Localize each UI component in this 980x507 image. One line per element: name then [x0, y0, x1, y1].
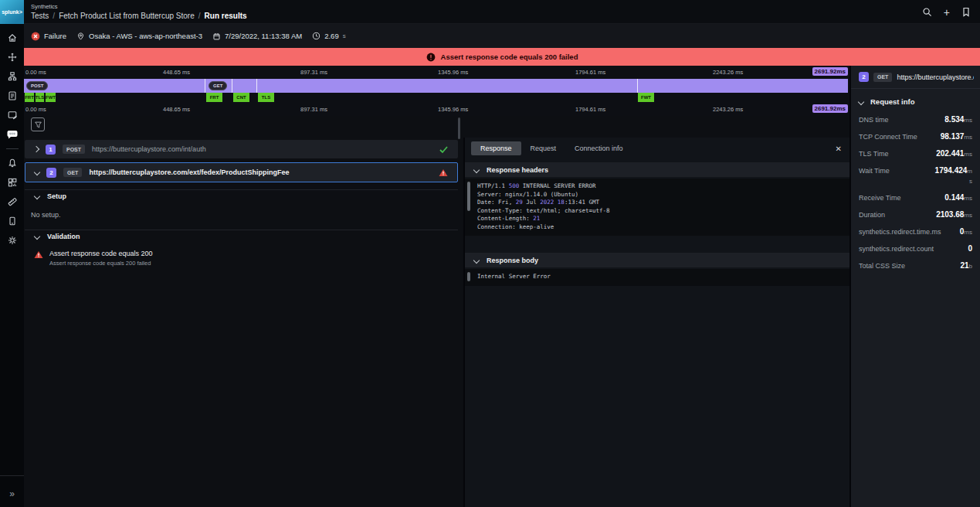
chevron-down-icon — [473, 166, 480, 172]
close-icon[interactable]: ✕ — [836, 145, 842, 153]
log-observer-icon[interactable] — [5, 90, 19, 102]
waterfall-request-pill-get[interactable]: GET — [209, 81, 227, 90]
banner-message: Assert response code equals 200 failed — [441, 53, 578, 61]
waterfall-tick: 2243.26 ms — [713, 106, 743, 113]
chevron-down-icon — [858, 98, 864, 104]
request-info-title: Request info — [870, 97, 915, 106]
waterfall-request-pill-post[interactable]: POST — [26, 81, 48, 90]
check-icon — [439, 145, 449, 154]
validation-item: Assert response code equals 200 Assert r… — [34, 250, 153, 267]
run-location: Osaka - AWS - aws-ap-northeast-3 — [76, 32, 202, 41]
settings-icon[interactable] — [5, 234, 19, 247]
status-label: Failure — [44, 32, 66, 40]
response-tabs: Response Request Connection info ✕ — [465, 138, 849, 158]
request-info-panel: 2 GET https://buttercuplaystore.co… Requ… — [849, 66, 980, 507]
request-row-1[interactable]: 1 POST https://buttercuplaystore.com/int… — [25, 140, 458, 158]
request-url-truncated: https://buttercuplaystore.co… — [897, 73, 974, 81]
chevron-down-icon — [473, 257, 480, 263]
metric-unit: ms — [964, 117, 972, 124]
tab-connection-info[interactable]: Connection info — [565, 141, 632, 155]
validation-title: Validation — [47, 233, 80, 240]
metric-label: Duration — [859, 210, 885, 220]
sidebar-expand-icon[interactable]: » — [0, 488, 24, 499]
chevron-right-icon[interactable] — [33, 146, 39, 152]
waterfall-total-duration: 2691.92ms — [812, 104, 848, 113]
duration-value: 2.69 — [324, 32, 339, 40]
breadcrumb-test-name[interactable]: Fetch Product List from Buttercup Store — [59, 12, 195, 20]
segment-divider — [205, 79, 205, 93]
request-info-row: Duration2103.68ms — [859, 210, 972, 220]
request-url: https://buttercuplaystore.com/ext/fedex/… — [89, 168, 289, 176]
metric-label: TCP Connect Time — [859, 132, 917, 142]
setup-section-header[interactable]: Setup — [25, 189, 458, 202]
failure-icon — [31, 32, 40, 41]
setup-title: Setup — [47, 192, 66, 200]
metric-value: 8.534ms — [944, 115, 972, 125]
request-index-badge: 2 — [859, 72, 869, 82]
request-info-header: 2 GET https://buttercuplaystore.co… — [851, 66, 980, 89]
code-scrollbar[interactable] — [467, 272, 470, 281]
search-icon[interactable] — [922, 7, 932, 17]
alerts-icon[interactable] — [5, 157, 19, 169]
sidebar-footer-divider — [0, 475, 24, 476]
clock-icon — [312, 32, 320, 40]
dashboards-icon[interactable] — [5, 109, 19, 121]
waterfall-chart: 2691.92ms 0.00 ms448.65 ms897.31 ms1345.… — [24, 66, 849, 116]
ruler-icon[interactable] — [5, 196, 19, 208]
error-icon — [426, 53, 436, 62]
home-icon[interactable] — [5, 32, 19, 44]
waterfall-tick: 448.65 ms — [163, 69, 190, 76]
response-body-code: Internal Server Error — [465, 269, 849, 286]
tab-response[interactable]: Response — [471, 141, 521, 155]
navigator-icon[interactable] — [5, 51, 19, 63]
response-body-title: Response body — [487, 257, 538, 264]
device-icon[interactable] — [5, 215, 19, 227]
metric-value: 1794.424ms — [934, 166, 972, 186]
waterfall-tick: 2243.26 ms — [713, 69, 743, 76]
waterfall-axis-top: 2691.92ms 0.00 ms448.65 ms897.31 ms1345.… — [24, 66, 849, 78]
metric-value: 2103.68ms — [936, 210, 972, 220]
waterfall-segment-label: FWT — [46, 93, 56, 102]
metric-unit: ms — [964, 229, 972, 236]
calendar-icon — [212, 32, 221, 41]
response-detail-panel: Response Request Connection info ✕ Respo… — [463, 138, 849, 507]
service-map-icon[interactable] — [5, 70, 19, 83]
sidebar: splunk> — [0, 0, 24, 507]
waterfall-tick: 448.65 ms — [163, 106, 190, 113]
top-header: Synthetics Tests / Fetch Product List fr… — [24, 0, 980, 24]
add-icon[interactable]: + — [944, 7, 950, 18]
response-body-text: Internal Server Error — [477, 273, 843, 281]
breadcrumb-tests[interactable]: Tests — [31, 12, 49, 20]
bookmark-icon[interactable] — [961, 7, 971, 17]
synthetics-icon[interactable] — [5, 128, 19, 141]
waterfall-segment-label: FRT — [25, 93, 35, 102]
validation-section-header[interactable]: Validation — [25, 230, 458, 243]
response-header-line: Connection: keep-alive — [477, 223, 843, 232]
metric-unit: ms — [964, 151, 972, 158]
request-info-row: synthetics.redirect.time.ms0ms — [859, 227, 972, 237]
response-headers-code: HTTP/1.1 500 INTERNAL SERVER ERRORServer… — [465, 179, 849, 236]
request-row-2-selected[interactable]: 2 GET https://buttercuplaystore.com/ext/… — [25, 162, 458, 182]
response-body-section-header[interactable]: Response body — [465, 253, 849, 267]
request-info-section-header[interactable]: Request info — [851, 89, 980, 115]
tab-request[interactable]: Request — [521, 141, 566, 155]
setup-empty-text: No setup. — [31, 211, 61, 219]
segment-divider — [637, 79, 638, 93]
code-scrollbar[interactable] — [467, 182, 470, 211]
waterfall-bar[interactable]: POST GET — [24, 79, 848, 93]
waterfall-tick: 1345.96 ms — [438, 106, 468, 113]
response-header-line: Content-Type: text/html; charset=utf-8 — [477, 207, 843, 216]
response-header-line: Date: Fri, 29 Jul 2022 18:13:41 GMT — [477, 199, 843, 207]
metrics-icon[interactable] — [5, 176, 19, 189]
metric-label: DNS time — [859, 115, 889, 125]
metric-unit: ms — [964, 134, 972, 141]
waterfall-tick: 897.31 ms — [300, 106, 327, 113]
breadcrumb-separator: / — [198, 12, 201, 20]
response-headers-section-header[interactable]: Response headers — [465, 162, 849, 177]
splunk-logo[interactable]: splunk> — [0, 0, 24, 24]
breadcrumb-current: Run results — [205, 12, 247, 20]
waterfall-tick: 1794.61 ms — [575, 69, 605, 76]
warning-icon — [34, 250, 43, 267]
metric-value: 0ms — [960, 227, 972, 237]
chevron-down-icon[interactable] — [34, 169, 40, 175]
